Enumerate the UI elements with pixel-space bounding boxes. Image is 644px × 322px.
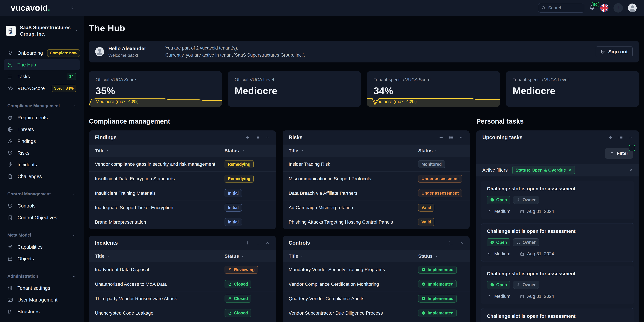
filter-button[interactable]: Filter 1 [605, 148, 633, 159]
sidebar-item-tasks[interactable]: Tasks14 [4, 71, 80, 82]
list-view-icon[interactable] [255, 241, 260, 245]
collapse-panel-icon[interactable] [628, 135, 633, 140]
sidebar-item-the-hub[interactable]: The Hub [4, 59, 80, 70]
column-header-title[interactable]: Title [95, 148, 224, 153]
add-item-icon[interactable] [439, 135, 444, 140]
welcome-subtitle: Welcome back! [108, 53, 160, 58]
task-card[interactable]: Challenge slot is open for assessmentOpe… [481, 223, 634, 262]
add-item-icon[interactable] [245, 135, 250, 140]
list-view-icon[interactable] [449, 241, 454, 245]
column-header-title[interactable]: Title [289, 148, 418, 153]
table-row[interactable]: Unauthorized Software PushRemedying [89, 320, 276, 322]
user-avatar[interactable] [628, 4, 636, 12]
row-status: Closed [224, 309, 270, 317]
sidebar-item-incidents[interactable]: Incidents [4, 159, 80, 170]
search-box [538, 3, 584, 13]
clear-filters-icon[interactable] [628, 168, 633, 172]
list-view-icon[interactable] [449, 135, 454, 140]
brand-logo[interactable]: vucavoid. [11, 3, 50, 13]
sliders-icon [8, 285, 13, 291]
list-view-icon[interactable] [618, 135, 623, 140]
table-row[interactable]: Phishing Attacks Targeting Hosting Contr… [282, 215, 470, 229]
table-row[interactable]: Insider Trading RiskMonitored [282, 157, 470, 171]
sidebar-section-header[interactable]: Compliance Management [0, 103, 84, 108]
sidebar-item-user-management[interactable]: User Management [4, 294, 80, 305]
sidebar-collapse-button[interactable] [70, 5, 75, 11]
tenant-switcher[interactable]: SAAS SaaS Superstructures Group, Inc. [6, 25, 79, 37]
table-row[interactable]: Quarterly Vendor Compliance AuditsImplem… [282, 291, 470, 306]
column-header-title[interactable]: Title [289, 253, 418, 259]
sidebar-item-findings[interactable]: Findings [4, 136, 80, 147]
task-badges: OpenOwner [487, 281, 628, 289]
collapse-panel-icon[interactable] [459, 241, 464, 245]
sidebar-item-structures[interactable]: Structures [4, 306, 80, 317]
table-row[interactable]: Vendor Subcontractor Due Diligence Proce… [282, 306, 470, 320]
plus-icon [616, 6, 620, 10]
sidebar-item-capabilities[interactable]: Capabilities [4, 241, 80, 252]
add-item-icon[interactable] [245, 241, 250, 245]
play-circle-icon [490, 198, 494, 202]
list-view-icon[interactable] [255, 135, 260, 140]
table-row[interactable]: Data Breach via Affiliate PartnersUnder … [282, 186, 470, 200]
table-row[interactable]: Mandatory Vendor Security Training Progr… [282, 262, 470, 277]
add-item-icon[interactable] [608, 135, 613, 140]
table-row[interactable]: Secure Code ReviewImplemented [282, 320, 470, 322]
task-card[interactable]: Challenge slot is open for assessmentOpe… [481, 266, 634, 304]
table-row[interactable]: Vendor Compliance Certification Monitori… [282, 277, 470, 291]
table-row[interactable]: Unencrypted Code LeakageClosed [89, 306, 276, 320]
sidebar-item-challenges[interactable]: Challenges [4, 171, 80, 182]
language-flag-uk-icon[interactable] [600, 4, 608, 12]
table-row[interactable]: Insufficient Training MaterialsInitial [89, 186, 276, 200]
sidebar-item-objects[interactable]: Objects [4, 253, 80, 264]
notifications-button[interactable]: 50 [589, 5, 595, 11]
status-badge: Open [487, 196, 510, 204]
row-title: Brand Misrepresentation [95, 219, 224, 225]
sidebar-item-label: The Hub [18, 62, 36, 68]
search-input[interactable] [548, 5, 578, 11]
sidebar-item-vuca-score[interactable]: VUCA Score35% | 34% [4, 83, 80, 94]
sidebar-section-header[interactable]: Meta Model [0, 232, 84, 238]
table-row[interactable]: Unauthorized Access to M&A DataClosed [89, 277, 276, 291]
table-row[interactable]: Miscommunication in Support ProtocolsUnd… [282, 171, 470, 186]
warning-triangle-icon [8, 138, 13, 144]
sidebar-section-header[interactable]: Administration [0, 274, 84, 279]
create-new-button[interactable] [614, 3, 623, 13]
sign-out-button[interactable]: Sign out [596, 46, 632, 57]
add-item-icon[interactable] [439, 241, 444, 245]
table-row[interactable]: Inadvertent Data DisposalReviewing [89, 262, 276, 277]
column-header-status[interactable]: Status [224, 253, 270, 259]
collapse-panel-icon[interactable] [459, 135, 464, 140]
sidebar-item-controls[interactable]: Controls [4, 200, 80, 211]
remove-filter-icon[interactable] [568, 168, 572, 172]
column-header-status[interactable]: Status [224, 148, 270, 153]
table-row[interactable]: Third-party Vendor Ransomware AttackClos… [89, 291, 276, 306]
row-title: Vendor compliance gaps in security and r… [95, 162, 224, 167]
status-badge-label: Initial [228, 205, 239, 210]
table-row[interactable]: Brand MisrepresentationInitial [89, 215, 276, 229]
task-card[interactable]: Challenge slot is open for assessmentOpe… [481, 308, 634, 322]
structure-icon [8, 309, 13, 314]
column-header-title[interactable]: Title [95, 253, 224, 259]
collapse-panel-icon[interactable] [265, 135, 270, 140]
table-row[interactable]: Vendor compliance gaps in security and r… [89, 157, 276, 171]
column-header-status[interactable]: Status [418, 148, 464, 153]
sidebar: SAAS SaaS Superstructures Group, Inc. On… [0, 16, 84, 322]
sidebar-item-threats[interactable]: Threats [4, 124, 80, 135]
active-filter-chip-label: Status: Open & Overdue [516, 168, 566, 173]
sidebar-item-requirements[interactable]: Requirements [4, 112, 80, 123]
column-header-status[interactable]: Status [418, 253, 464, 259]
table-row[interactable]: Ad Campaign MisinterpretationValid [282, 200, 470, 215]
table-row[interactable]: Inadequate Support Ticket EncryptionInit… [89, 200, 276, 215]
row-title: Insufficient Training Materials [95, 191, 224, 196]
sidebar-item-tenant-settings[interactable]: Tenant settings [4, 282, 80, 294]
sidebar-item-risks[interactable]: Risks [4, 147, 80, 158]
body-row: SAAS SaaS Superstructures Group, Inc. On… [0, 16, 644, 322]
sidebar-item-control-objectives[interactable]: Control Objectives [4, 212, 80, 223]
table-row[interactable]: Insufficient Data Encryption StandardsRe… [89, 171, 276, 186]
sidebar-item-onboarding[interactable]: OnboardingComplete now [4, 48, 80, 59]
active-filter-chip[interactable]: Status: Open & Overdue [512, 166, 575, 174]
collapse-panel-icon[interactable] [265, 241, 270, 245]
sidebar-section-header[interactable]: Control Management [0, 191, 84, 197]
task-card[interactable]: Challenge slot is open for assessmentOpe… [481, 181, 634, 219]
logout-icon [600, 49, 606, 54]
